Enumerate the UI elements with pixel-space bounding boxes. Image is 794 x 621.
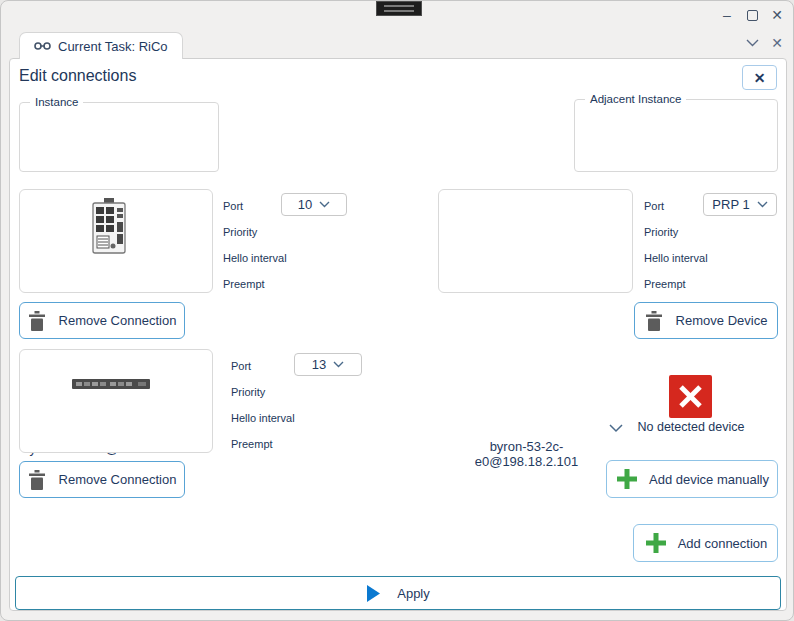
chevron-down-icon bbox=[757, 201, 768, 208]
button-label: Remove Connection bbox=[59, 313, 177, 328]
port-select[interactable]: PRP 1 bbox=[703, 193, 777, 216]
chevron-down-icon bbox=[333, 361, 344, 368]
close-icon: ✕ bbox=[771, 7, 783, 23]
remove-connection-button[interactable]: Remove Connection bbox=[19, 302, 185, 339]
play-icon bbox=[366, 585, 381, 602]
instance-group: Instance bbox=[19, 96, 219, 172]
link-icon bbox=[34, 41, 51, 51]
close-icon: ✕ bbox=[771, 35, 783, 51]
window-drag-handle[interactable] bbox=[376, 1, 422, 16]
priority-label: Priority bbox=[223, 226, 257, 238]
tab-current-task[interactable]: Current Task: RiCo bbox=[19, 32, 183, 59]
trash-icon bbox=[645, 311, 663, 331]
adjacent-instance-group: Adjacent Instance bbox=[574, 93, 778, 172]
device-selector-redfox[interactable]: redfox-6e-34-60@198.18.2.87 bbox=[19, 349, 213, 453]
minimize-button[interactable]: – bbox=[719, 7, 735, 23]
hello-interval-label: Hello interval bbox=[223, 252, 287, 264]
window-controls: – ✕ bbox=[719, 7, 785, 23]
apply-button[interactable]: Apply bbox=[15, 576, 781, 610]
remove-device-button[interactable]: Remove Device bbox=[634, 302, 778, 339]
port-select[interactable]: 10 bbox=[281, 193, 347, 216]
instance-legend: Instance bbox=[30, 96, 83, 108]
button-label: Remove Device bbox=[676, 313, 768, 328]
priority-label: Priority bbox=[644, 226, 678, 238]
button-label: Apply bbox=[397, 586, 430, 601]
hello-interval-label: Hello interval bbox=[231, 412, 295, 424]
hello-interval-label: Hello interval bbox=[644, 252, 708, 264]
button-label: Add connection bbox=[678, 536, 768, 551]
chevron-down-icon bbox=[319, 201, 330, 208]
priority-label: Priority bbox=[231, 386, 265, 398]
button-label: Remove Connection bbox=[59, 472, 177, 487]
tabbar-actions: ✕ bbox=[746, 35, 785, 51]
preempt-label: Preempt bbox=[644, 278, 686, 290]
device-selector-lynx[interactable]: lynx-1c-d2-a0@198.18.2.88 bbox=[19, 189, 213, 293]
add-connection-button[interactable]: Add connection bbox=[633, 524, 778, 562]
preempt-label: Preempt bbox=[231, 438, 273, 450]
dialog-close-button[interactable]: ✕ bbox=[742, 65, 777, 90]
rackmount-device-image bbox=[72, 379, 150, 389]
page-title: Edit connections bbox=[19, 67, 136, 85]
trash-icon bbox=[28, 311, 46, 331]
port-value: 10 bbox=[298, 197, 312, 212]
x-icon bbox=[677, 383, 704, 410]
port-value: PRP 1 bbox=[712, 197, 749, 212]
maximize-icon bbox=[747, 10, 758, 21]
no-device-text: No detected device bbox=[606, 420, 776, 434]
button-label: Add device manually bbox=[649, 472, 769, 487]
add-device-manually-button[interactable]: Add device manually bbox=[606, 460, 778, 498]
port-value: 13 bbox=[312, 357, 326, 372]
port-select[interactable]: 13 bbox=[294, 353, 362, 376]
app-window: – ✕ Current Task: RiCo ✕ Edit connection… bbox=[0, 0, 794, 621]
tab-close-button[interactable]: ✕ bbox=[769, 35, 785, 51]
port-label: Port bbox=[231, 360, 251, 372]
maximize-button[interactable] bbox=[744, 7, 760, 23]
remove-connection-button[interactable]: Remove Connection bbox=[19, 461, 185, 498]
port-label: Port bbox=[644, 200, 664, 212]
trash-icon bbox=[28, 470, 46, 490]
port-label: Port bbox=[223, 200, 243, 212]
plus-icon bbox=[615, 467, 639, 491]
device-selector-byron[interactable]: byron-53-2c-e0@198.18.2.101 bbox=[438, 189, 633, 293]
preempt-label: Preempt bbox=[223, 278, 265, 290]
switch-device-image bbox=[90, 198, 128, 254]
adjacent-instance-legend: Adjacent Instance bbox=[585, 93, 686, 105]
device-name: byron-53-2c-e0@198.18.2.101 bbox=[439, 439, 614, 469]
plus-icon bbox=[644, 531, 668, 555]
minimize-icon: – bbox=[723, 7, 731, 23]
error-icon bbox=[669, 375, 712, 418]
window-close-button[interactable]: ✕ bbox=[769, 7, 785, 23]
chevron-down-icon[interactable] bbox=[746, 39, 759, 47]
close-icon: ✕ bbox=[754, 70, 766, 86]
tab-title: Current Task: RiCo bbox=[58, 39, 168, 54]
